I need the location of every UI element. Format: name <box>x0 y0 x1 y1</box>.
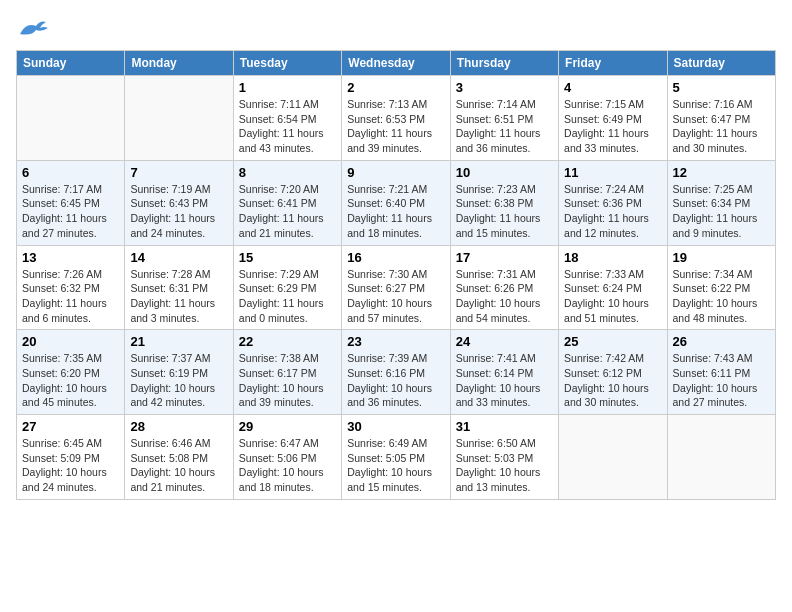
calendar-header-row: SundayMondayTuesdayWednesdayThursdayFrid… <box>17 51 776 76</box>
day-info: Sunrise: 7:24 AM Sunset: 6:36 PM Dayligh… <box>564 182 661 241</box>
day-number: 1 <box>239 80 336 95</box>
calendar-cell: 6Sunrise: 7:17 AM Sunset: 6:45 PM Daylig… <box>17 160 125 245</box>
day-info: Sunrise: 7:42 AM Sunset: 6:12 PM Dayligh… <box>564 351 661 410</box>
column-header-tuesday: Tuesday <box>233 51 341 76</box>
column-header-sunday: Sunday <box>17 51 125 76</box>
calendar-cell: 13Sunrise: 7:26 AM Sunset: 6:32 PM Dayli… <box>17 245 125 330</box>
column-header-thursday: Thursday <box>450 51 558 76</box>
calendar-cell: 8Sunrise: 7:20 AM Sunset: 6:41 PM Daylig… <box>233 160 341 245</box>
day-number: 8 <box>239 165 336 180</box>
calendar-cell: 26Sunrise: 7:43 AM Sunset: 6:11 PM Dayli… <box>667 330 775 415</box>
day-info: Sunrise: 7:23 AM Sunset: 6:38 PM Dayligh… <box>456 182 553 241</box>
day-info: Sunrise: 7:30 AM Sunset: 6:27 PM Dayligh… <box>347 267 444 326</box>
calendar-cell: 16Sunrise: 7:30 AM Sunset: 6:27 PM Dayli… <box>342 245 450 330</box>
day-info: Sunrise: 7:38 AM Sunset: 6:17 PM Dayligh… <box>239 351 336 410</box>
calendar-cell: 30Sunrise: 6:49 AM Sunset: 5:05 PM Dayli… <box>342 415 450 500</box>
day-number: 3 <box>456 80 553 95</box>
day-info: Sunrise: 7:13 AM Sunset: 6:53 PM Dayligh… <box>347 97 444 156</box>
calendar-cell: 12Sunrise: 7:25 AM Sunset: 6:34 PM Dayli… <box>667 160 775 245</box>
calendar-cell: 11Sunrise: 7:24 AM Sunset: 6:36 PM Dayli… <box>559 160 667 245</box>
day-info: Sunrise: 6:45 AM Sunset: 5:09 PM Dayligh… <box>22 436 119 495</box>
calendar-cell <box>17 76 125 161</box>
day-info: Sunrise: 7:19 AM Sunset: 6:43 PM Dayligh… <box>130 182 227 241</box>
calendar-cell: 22Sunrise: 7:38 AM Sunset: 6:17 PM Dayli… <box>233 330 341 415</box>
week-row-1: 1Sunrise: 7:11 AM Sunset: 6:54 PM Daylig… <box>17 76 776 161</box>
day-number: 20 <box>22 334 119 349</box>
calendar-cell: 19Sunrise: 7:34 AM Sunset: 6:22 PM Dayli… <box>667 245 775 330</box>
day-number: 31 <box>456 419 553 434</box>
calendar-cell <box>667 415 775 500</box>
day-info: Sunrise: 7:39 AM Sunset: 6:16 PM Dayligh… <box>347 351 444 410</box>
day-info: Sunrise: 7:14 AM Sunset: 6:51 PM Dayligh… <box>456 97 553 156</box>
day-number: 4 <box>564 80 661 95</box>
day-number: 26 <box>673 334 770 349</box>
day-number: 13 <box>22 250 119 265</box>
day-info: Sunrise: 7:34 AM Sunset: 6:22 PM Dayligh… <box>673 267 770 326</box>
calendar-cell: 4Sunrise: 7:15 AM Sunset: 6:49 PM Daylig… <box>559 76 667 161</box>
day-info: Sunrise: 7:33 AM Sunset: 6:24 PM Dayligh… <box>564 267 661 326</box>
calendar-cell: 27Sunrise: 6:45 AM Sunset: 5:09 PM Dayli… <box>17 415 125 500</box>
column-header-friday: Friday <box>559 51 667 76</box>
day-info: Sunrise: 6:50 AM Sunset: 5:03 PM Dayligh… <box>456 436 553 495</box>
column-header-saturday: Saturday <box>667 51 775 76</box>
calendar-cell: 17Sunrise: 7:31 AM Sunset: 6:26 PM Dayli… <box>450 245 558 330</box>
day-number: 28 <box>130 419 227 434</box>
day-number: 29 <box>239 419 336 434</box>
week-row-4: 20Sunrise: 7:35 AM Sunset: 6:20 PM Dayli… <box>17 330 776 415</box>
day-number: 10 <box>456 165 553 180</box>
calendar-cell: 23Sunrise: 7:39 AM Sunset: 6:16 PM Dayli… <box>342 330 450 415</box>
day-info: Sunrise: 7:21 AM Sunset: 6:40 PM Dayligh… <box>347 182 444 241</box>
day-info: Sunrise: 7:11 AM Sunset: 6:54 PM Dayligh… <box>239 97 336 156</box>
day-info: Sunrise: 7:43 AM Sunset: 6:11 PM Dayligh… <box>673 351 770 410</box>
week-row-2: 6Sunrise: 7:17 AM Sunset: 6:45 PM Daylig… <box>17 160 776 245</box>
calendar-cell: 7Sunrise: 7:19 AM Sunset: 6:43 PM Daylig… <box>125 160 233 245</box>
day-info: Sunrise: 7:26 AM Sunset: 6:32 PM Dayligh… <box>22 267 119 326</box>
calendar-cell: 9Sunrise: 7:21 AM Sunset: 6:40 PM Daylig… <box>342 160 450 245</box>
day-number: 24 <box>456 334 553 349</box>
column-header-wednesday: Wednesday <box>342 51 450 76</box>
calendar-cell: 15Sunrise: 7:29 AM Sunset: 6:29 PM Dayli… <box>233 245 341 330</box>
day-number: 6 <box>22 165 119 180</box>
day-info: Sunrise: 7:15 AM Sunset: 6:49 PM Dayligh… <box>564 97 661 156</box>
day-number: 2 <box>347 80 444 95</box>
week-row-5: 27Sunrise: 6:45 AM Sunset: 5:09 PM Dayli… <box>17 415 776 500</box>
calendar-cell: 14Sunrise: 7:28 AM Sunset: 6:31 PM Dayli… <box>125 245 233 330</box>
page-header <box>16 16 776 40</box>
calendar-cell: 5Sunrise: 7:16 AM Sunset: 6:47 PM Daylig… <box>667 76 775 161</box>
day-info: Sunrise: 7:20 AM Sunset: 6:41 PM Dayligh… <box>239 182 336 241</box>
day-number: 17 <box>456 250 553 265</box>
calendar-cell: 2Sunrise: 7:13 AM Sunset: 6:53 PM Daylig… <box>342 76 450 161</box>
column-header-monday: Monday <box>125 51 233 76</box>
day-number: 18 <box>564 250 661 265</box>
day-info: Sunrise: 7:31 AM Sunset: 6:26 PM Dayligh… <box>456 267 553 326</box>
day-number: 27 <box>22 419 119 434</box>
day-info: Sunrise: 7:35 AM Sunset: 6:20 PM Dayligh… <box>22 351 119 410</box>
day-number: 30 <box>347 419 444 434</box>
day-info: Sunrise: 7:16 AM Sunset: 6:47 PM Dayligh… <box>673 97 770 156</box>
calendar-cell: 29Sunrise: 6:47 AM Sunset: 5:06 PM Dayli… <box>233 415 341 500</box>
logo <box>16 16 48 40</box>
day-number: 15 <box>239 250 336 265</box>
day-info: Sunrise: 7:25 AM Sunset: 6:34 PM Dayligh… <box>673 182 770 241</box>
day-number: 19 <box>673 250 770 265</box>
calendar-cell: 28Sunrise: 6:46 AM Sunset: 5:08 PM Dayli… <box>125 415 233 500</box>
calendar-cell: 24Sunrise: 7:41 AM Sunset: 6:14 PM Dayli… <box>450 330 558 415</box>
calendar-cell: 3Sunrise: 7:14 AM Sunset: 6:51 PM Daylig… <box>450 76 558 161</box>
calendar-cell: 21Sunrise: 7:37 AM Sunset: 6:19 PM Dayli… <box>125 330 233 415</box>
day-info: Sunrise: 6:46 AM Sunset: 5:08 PM Dayligh… <box>130 436 227 495</box>
week-row-3: 13Sunrise: 7:26 AM Sunset: 6:32 PM Dayli… <box>17 245 776 330</box>
calendar-cell: 31Sunrise: 6:50 AM Sunset: 5:03 PM Dayli… <box>450 415 558 500</box>
day-number: 23 <box>347 334 444 349</box>
day-number: 25 <box>564 334 661 349</box>
logo-bird-icon <box>18 16 48 40</box>
day-number: 9 <box>347 165 444 180</box>
day-info: Sunrise: 7:17 AM Sunset: 6:45 PM Dayligh… <box>22 182 119 241</box>
day-number: 14 <box>130 250 227 265</box>
day-info: Sunrise: 7:41 AM Sunset: 6:14 PM Dayligh… <box>456 351 553 410</box>
calendar-cell <box>559 415 667 500</box>
day-number: 5 <box>673 80 770 95</box>
day-info: Sunrise: 7:29 AM Sunset: 6:29 PM Dayligh… <box>239 267 336 326</box>
day-info: Sunrise: 7:37 AM Sunset: 6:19 PM Dayligh… <box>130 351 227 410</box>
calendar-cell <box>125 76 233 161</box>
day-number: 16 <box>347 250 444 265</box>
